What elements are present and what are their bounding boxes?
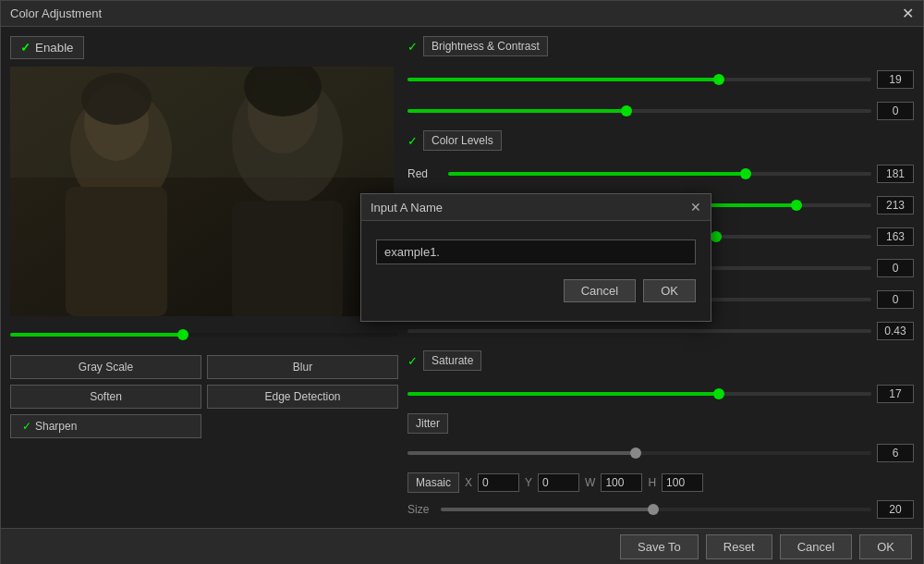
dialog-box: Input A Name ✕ Cancel OK xyxy=(360,193,711,322)
dialog-title-bar: Input A Name ✕ xyxy=(361,194,711,221)
main-window: Color Adjustment ✕ ✓ Enable xyxy=(0,0,924,564)
content-area: ✓ Enable xyxy=(1,27,923,528)
dialog-close-button[interactable]: ✕ xyxy=(690,200,701,215)
dialog-title: Input A Name xyxy=(371,201,443,215)
dialog-overlay: Input A Name ✕ Cancel OK xyxy=(1,27,923,528)
reset-button[interactable]: Reset xyxy=(706,534,772,559)
footer: Save To Reset Cancel OK xyxy=(1,528,923,564)
ok-button[interactable]: OK xyxy=(859,534,912,559)
dialog-body: Cancel OK xyxy=(361,221,711,321)
window-title: Color Adjustment xyxy=(10,6,102,20)
cancel-button[interactable]: Cancel xyxy=(780,534,852,559)
dialog-cancel-button[interactable]: Cancel xyxy=(564,279,636,302)
save-to-button[interactable]: Save To xyxy=(620,534,699,559)
dialog-buttons: Cancel OK xyxy=(376,279,696,302)
window-close-button[interactable]: ✕ xyxy=(902,5,914,22)
dialog-ok-button[interactable]: OK xyxy=(643,279,696,302)
dialog-name-input[interactable] xyxy=(376,239,696,264)
title-bar: Color Adjustment ✕ xyxy=(1,1,923,27)
